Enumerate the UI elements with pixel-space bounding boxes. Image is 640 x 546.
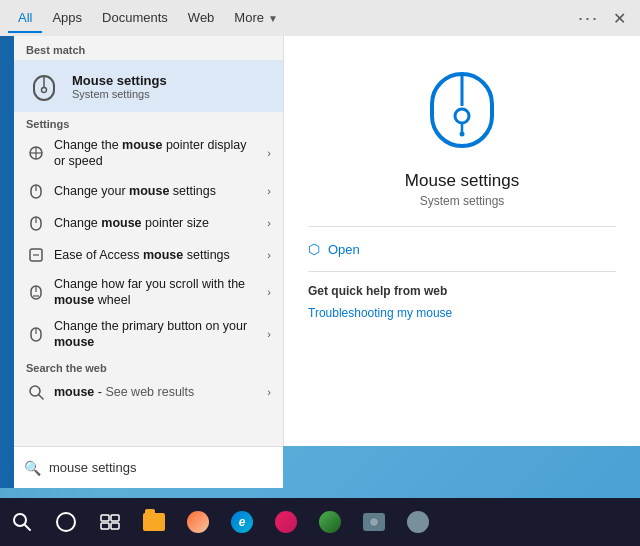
svg-point-21	[455, 109, 469, 123]
tab-more[interactable]: More	[224, 4, 274, 33]
detail-divider-2	[308, 271, 616, 272]
detail-open-icon: ⬡	[308, 241, 320, 257]
tab-web[interactable]: Web	[178, 4, 225, 33]
best-match-item[interactable]: Mouse settings System settings	[14, 60, 283, 112]
search-web-icon	[26, 382, 46, 402]
settings-item-4-chevron: ›	[267, 249, 271, 261]
detail-divider-1	[308, 226, 616, 227]
close-button[interactable]: ✕	[607, 7, 632, 30]
svg-rect-29	[111, 523, 119, 529]
settings-item-4-text: Ease of Access mouse settings	[54, 248, 259, 262]
settings-item-6[interactable]: Change the primary button on your mouse …	[14, 313, 283, 356]
web-search-item[interactable]: mouse - See web results ›	[14, 376, 283, 408]
svg-rect-28	[101, 523, 109, 529]
settings-item-3-chevron: ›	[267, 217, 271, 229]
taskbar-cortana-icon[interactable]	[44, 500, 88, 544]
web-search-label: Search the web	[14, 356, 283, 376]
detail-help-link[interactable]: Troubleshooting my mouse	[308, 306, 616, 320]
settings-item-4[interactable]: Ease of Access mouse settings ›	[14, 239, 283, 271]
best-match-subtitle: System settings	[72, 88, 271, 100]
settings-item-5-chevron: ›	[267, 286, 271, 298]
taskbar-taskview-icon[interactable]	[88, 500, 132, 544]
search-panel: Best match Mouse settings System setting…	[14, 36, 283, 446]
taskbar-ie-icon[interactable]	[176, 500, 220, 544]
taskbar-search-icon[interactable]	[0, 500, 44, 544]
svg-rect-26	[101, 515, 109, 521]
svg-point-24	[14, 514, 26, 526]
taskbar-explorer-icon[interactable]	[132, 500, 176, 544]
tab-apps[interactable]: Apps	[42, 4, 92, 33]
svg-line-25	[25, 525, 30, 530]
settings-item-1[interactable]: Change the mouse pointer display or spee…	[14, 132, 283, 175]
tab-all[interactable]: All	[8, 4, 42, 33]
best-match-text: Mouse settings System settings	[72, 73, 271, 100]
best-match-icon	[26, 68, 62, 104]
settings-item-6-icon	[26, 324, 46, 344]
detail-subtitle: System settings	[420, 194, 505, 208]
settings-item-6-chevron: ›	[267, 328, 271, 340]
best-match-label: Best match	[14, 36, 283, 60]
svg-point-2	[42, 88, 47, 93]
search-bar-icon: 🔍	[24, 460, 41, 476]
taskbar-note-icon[interactable]	[396, 500, 440, 544]
tab-documents[interactable]: Documents	[92, 4, 178, 33]
tab-more-chevron: ▼	[268, 13, 278, 24]
settings-item-6-text: Change the primary button on your mouse	[54, 318, 259, 351]
settings-item-5-icon	[26, 282, 46, 302]
taskbar-camera-icon[interactable]	[352, 500, 396, 544]
settings-item-1-icon	[26, 143, 46, 163]
detail-help-title: Get quick help from web	[308, 284, 616, 298]
search-bar: 🔍	[14, 446, 283, 488]
detail-open-button[interactable]: ⬡ Open	[308, 237, 616, 261]
taskbar-music-icon[interactable]	[308, 500, 352, 544]
detail-panel: Mouse settings System settings ⬡ Open Ge…	[283, 36, 640, 446]
settings-item-5-text: Change how far you scroll with the mouse…	[54, 276, 259, 309]
settings-item-2-icon	[26, 181, 46, 201]
taskbar-edge-icon[interactable]: e	[220, 500, 264, 544]
search-input[interactable]	[49, 460, 273, 475]
svg-point-23	[460, 132, 465, 137]
svg-line-18	[39, 395, 43, 399]
detail-open-label: Open	[328, 242, 360, 257]
settings-label: Settings	[14, 112, 283, 132]
settings-item-2[interactable]: Change your mouse settings ›	[14, 175, 283, 207]
settings-item-1-chevron: ›	[267, 147, 271, 159]
more-dots-button[interactable]: ···	[578, 9, 599, 27]
best-match-title: Mouse settings	[72, 73, 271, 88]
detail-mouse-icon	[426, 64, 498, 157]
settings-item-3[interactable]: Change mouse pointer size ›	[14, 207, 283, 239]
web-search-chevron: ›	[267, 386, 271, 398]
settings-item-2-chevron: ›	[267, 185, 271, 197]
web-search-text: mouse - See web results	[54, 385, 259, 399]
settings-item-5[interactable]: Change how far you scroll with the mouse…	[14, 271, 283, 314]
settings-item-3-text: Change mouse pointer size	[54, 216, 259, 230]
settings-item-4-icon	[26, 245, 46, 265]
detail-title: Mouse settings	[405, 171, 519, 191]
settings-item-1-text: Change the mouse pointer display or spee…	[54, 137, 259, 170]
taskbar: e	[0, 498, 640, 546]
settings-item-2-text: Change your mouse settings	[54, 184, 259, 198]
svg-rect-27	[111, 515, 119, 521]
settings-item-3-icon	[26, 213, 46, 233]
taskbar-vpn-icon[interactable]	[264, 500, 308, 544]
